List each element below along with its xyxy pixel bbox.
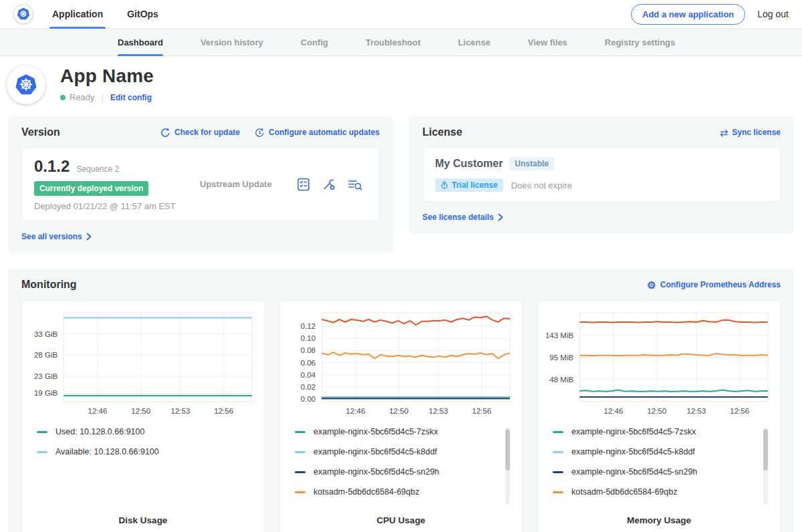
cpu-usage-chart-panel: 0.120.100.080.060.040.020.0012:4612:5012…: [279, 300, 523, 532]
legend-scrollbar-track[interactable]: [505, 427, 510, 505]
edit-config-link[interactable]: Edit config: [110, 93, 152, 102]
license-type-badge: Trial license: [435, 178, 503, 192]
tab-label: Troubleshoot: [366, 37, 420, 47]
svg-text:33 GiB: 33 GiB: [34, 330, 58, 338]
legend-item: example-nginx-5bc6f5d4c5-k8ddf: [295, 447, 498, 456]
edit-config-icon[interactable]: [321, 177, 336, 192]
customer-name: My Customer: [435, 158, 503, 170]
legend-swatch: [295, 491, 305, 493]
legend-label: example-nginx-5bc6f5d4c5-7zskx: [313, 427, 438, 436]
disk-usage-legend: Used: 10.128.0.66:9100Available: 10.128.…: [37, 427, 257, 509]
legend-swatch: [37, 431, 47, 433]
logout-link[interactable]: Log out: [757, 9, 789, 19]
legend-scrollbar-track[interactable]: [763, 427, 768, 505]
check-for-update-link[interactable]: Check for update: [160, 128, 240, 138]
see-license-details-link[interactable]: See license details: [422, 213, 503, 222]
legend-swatch: [295, 451, 305, 453]
chevron-right-icon: [86, 233, 92, 241]
legend-label: example-nginx-5bc6f5d4c5-k8ddf: [571, 447, 695, 456]
refresh-icon: [160, 128, 170, 138]
svg-text:0.06: 0.06: [301, 359, 315, 367]
svg-text:12:53: 12:53: [428, 407, 448, 415]
top-nav: Application GitOps Add a new application…: [0, 0, 802, 29]
tab-view-files[interactable]: View files: [528, 29, 567, 56]
svg-text:0.04: 0.04: [301, 371, 316, 379]
cpu-usage-chart: 0.120.100.080.060.040.020.0012:4612:5012…: [287, 307, 515, 422]
legend-item: example-nginx-5bc6f5d4c5-7zskx: [553, 427, 756, 436]
version-number: 0.1.2: [34, 157, 70, 176]
svg-text:0.10: 0.10: [301, 334, 315, 342]
sync-license-link[interactable]: ⇄ Sync license: [720, 128, 781, 138]
kubernetes-logo-icon[interactable]: [13, 4, 33, 24]
nav-tab-label: GitOps: [127, 9, 158, 19]
memory-usage-chart-title: Memory Usage: [545, 511, 773, 525]
disk-usage-chart-panel: 33 GiB28 GiB23 GiB19 GiB12:4612:5012:531…: [21, 300, 265, 532]
legend-label: example-nginx-5bc6f5d4c5-sn29h: [571, 467, 697, 477]
memory-usage-chart: 143 MiB95 MiB48 MiB12:4612:5012:5312:56: [545, 307, 773, 422]
legend-item: Used: 10.128.0.66:9100: [37, 427, 240, 436]
currently-deployed-badge: Currently deployed version: [34, 181, 148, 196]
version-card-title: Version: [21, 126, 60, 138]
legend-swatch: [295, 431, 305, 433]
legend-scrollbar-thumb[interactable]: [763, 429, 768, 471]
svg-text:0.08: 0.08: [301, 346, 315, 354]
tab-label: View files: [528, 37, 567, 47]
svg-text:28 GiB: 28 GiB: [34, 351, 58, 359]
memory-usage-legend: example-nginx-5bc6f5d4c5-7zskxexample-ng…: [553, 427, 773, 509]
tab-license[interactable]: License: [458, 29, 490, 56]
svg-text:12:56: 12:56: [730, 407, 749, 415]
svg-text:12:53: 12:53: [170, 407, 190, 415]
channel-badge: Unstable: [509, 157, 554, 170]
configure-automatic-updates-link[interactable]: Configure automatic updates: [255, 128, 380, 138]
legend-label: example-nginx-5bc6f5d4c5-sn29h: [313, 467, 439, 477]
app-status-text: Ready: [70, 92, 95, 102]
cpu-usage-chart-title: CPU Usage: [287, 511, 515, 525]
disk-usage-chart-title: Disk Usage: [29, 511, 257, 525]
gear-icon: ⚙: [647, 280, 656, 290]
preflight-checks-icon[interactable]: [296, 177, 311, 192]
see-all-versions-link[interactable]: See all versions: [21, 232, 92, 241]
tab-registry-settings[interactable]: Registry settings: [605, 29, 675, 56]
nav-tab-gitops[interactable]: GitOps: [127, 0, 158, 29]
tab-version-history[interactable]: Version history: [200, 29, 263, 56]
svg-text:0.00: 0.00: [301, 395, 315, 403]
cpu-usage-legend: example-nginx-5bc6f5d4c5-7zskxexample-ng…: [295, 427, 515, 509]
legend-swatch: [553, 431, 563, 433]
svg-text:23 GiB: 23 GiB: [34, 372, 58, 380]
chevron-right-icon: [498, 213, 503, 221]
deployed-timestamp: Deployed 01/21/22 @ 11:57 am EST: [34, 201, 176, 211]
sequence-label: Sequence 2: [76, 164, 119, 174]
svg-text:0.12: 0.12: [301, 322, 315, 330]
svg-text:19 GiB: 19 GiB: [34, 389, 58, 397]
divider: |: [102, 92, 104, 102]
nav-tab-application[interactable]: Application: [52, 0, 103, 29]
app-header: App Name Ready | Edit config: [0, 56, 802, 112]
schedule-update-icon: [255, 128, 265, 138]
legend-label: Used: 10.128.0.66:9100: [55, 427, 144, 436]
tab-label: Dashboard: [118, 37, 163, 47]
legend-swatch: [553, 451, 563, 453]
svg-text:12:50: 12:50: [389, 407, 408, 415]
legend-item: Available: 10.128.0.66:9100: [37, 447, 240, 456]
license-expiry-text: Does not expire: [511, 180, 572, 190]
tab-label: Version history: [200, 37, 263, 47]
tab-dashboard[interactable]: Dashboard: [118, 29, 163, 56]
add-new-application-button[interactable]: Add a new application: [631, 4, 745, 25]
legend-label: Available: 10.128.0.66:9100: [55, 447, 159, 456]
legend-scrollbar-thumb[interactable]: [505, 429, 510, 471]
svg-text:12:53: 12:53: [686, 407, 706, 415]
memory-usage-chart-panel: 143 MiB95 MiB48 MiB12:4612:5012:5312:56 …: [537, 300, 781, 532]
svg-text:12:50: 12:50: [647, 407, 666, 415]
legend-item: example-nginx-5bc6f5d4c5-sn29h: [295, 467, 498, 477]
configure-prometheus-link[interactable]: ⚙ Configure Prometheus Address: [647, 280, 781, 290]
legend-item: example-nginx-5bc6f5d4c5-7zskx: [295, 427, 498, 436]
legend-label: example-nginx-5bc6f5d4c5-k8ddf: [313, 447, 437, 456]
view-diff-icon[interactable]: [347, 177, 363, 192]
nav-tab-label: Application: [52, 9, 103, 19]
svg-text:143 MiB: 143 MiB: [545, 331, 574, 340]
legend-label: kotsadm-5db6dc6584-69qbz: [313, 487, 419, 497]
svg-text:12:46: 12:46: [88, 407, 108, 415]
version-card: Version Check for update: [8, 116, 393, 253]
tab-troubleshoot[interactable]: Troubleshoot: [366, 29, 420, 56]
tab-config[interactable]: Config: [301, 29, 328, 56]
